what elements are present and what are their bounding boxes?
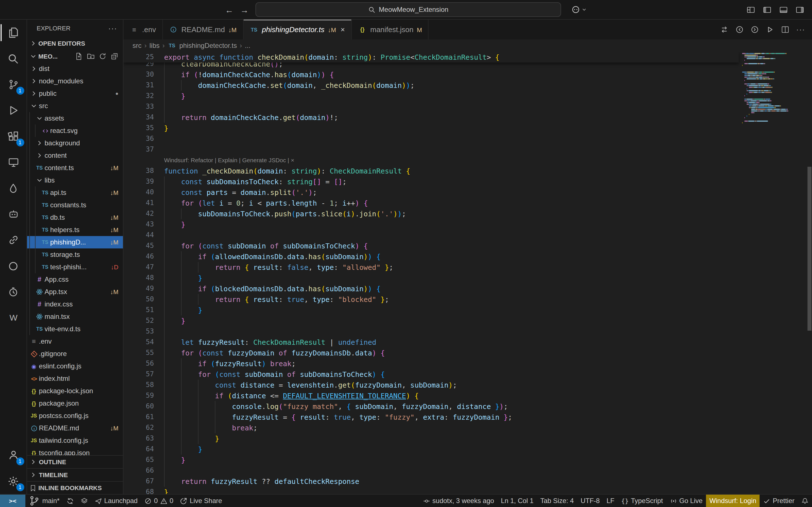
more-actions-icon[interactable]: ··· <box>796 25 805 34</box>
code-line[interactable]: 33 <box>123 101 739 112</box>
code-line[interactable]: 61fuzzyResult = { result: true, type: "f… <box>123 412 739 422</box>
editor-tab[interactable]: TSphishingDetector.ts↓M× <box>243 20 352 40</box>
status-notifications[interactable] <box>798 495 812 507</box>
code-line[interactable]: 56if (fuzzyResult) break; <box>123 358 739 369</box>
minimap[interactable] <box>742 53 804 494</box>
codelens-actions[interactable]: Windsurf: Refactor | Explain | Generate … <box>123 155 739 166</box>
code-line[interactable]: 63} <box>123 433 739 444</box>
code-line[interactable]: 39const subDomainsToCheck: string[] = []… <box>123 176 739 187</box>
assistant-menu[interactable] <box>571 5 587 14</box>
tree-item[interactable]: App.tsx↓M <box>27 286 123 298</box>
compare-changes-icon[interactable] <box>720 25 728 34</box>
code-line[interactable]: 54let fuzzyResult: CheckDomainResult | u… <box>123 337 739 348</box>
code-line[interactable]: 30if (!domainCheckCache.has(domain)) { <box>123 69 739 80</box>
code-editor[interactable]: 25export async function checkDomain(doma… <box>123 52 812 494</box>
close-tab-icon[interactable]: × <box>341 25 345 34</box>
breadcrumb-item[interactable]: phishingDetector.ts <box>179 42 237 50</box>
status-problems[interactable]: 00 <box>141 495 177 507</box>
tree-item[interactable]: #index.css <box>27 298 123 311</box>
scrollbar-thumb[interactable] <box>808 167 811 330</box>
editor-tab[interactable]: README.md↓M <box>163 20 243 40</box>
code-line[interactable]: 46if (allowedDomainsDb.data.has(subDomai… <box>123 251 739 262</box>
tree-item[interactable]: assets <box>27 112 123 124</box>
activity-explorer[interactable] <box>0 20 26 46</box>
history-back-icon[interactable]: ← <box>225 5 234 14</box>
activity-windsurf[interactable]: W <box>0 305 26 331</box>
status-windsurf-login[interactable]: Windsurf: Login <box>706 495 760 507</box>
code-line[interactable]: 53 <box>123 326 739 337</box>
command-center-search[interactable]: MeowMeow_Extension <box>255 2 561 17</box>
status-sync-changes[interactable] <box>63 495 77 507</box>
explorer-more-actions[interactable]: ··· <box>108 24 117 33</box>
code-line[interactable]: 31domainCheckCache.set(domain, _checkDom… <box>123 80 739 91</box>
go-forward-icon[interactable] <box>751 25 759 34</box>
code-line[interactable]: 58const distance = levenshtein.get(fuzzy… <box>123 380 739 390</box>
tree-item[interactable]: {}package-lock.json <box>27 385 123 397</box>
tree-item[interactable]: {}tsconfig.app.json <box>27 447 123 455</box>
status-encoding[interactable]: UTF-8 <box>577 495 603 507</box>
new-file-icon[interactable] <box>75 52 83 60</box>
timeline-section[interactable]: TIMELINE <box>27 468 123 481</box>
collapse-folders-icon[interactable] <box>110 52 118 60</box>
tree-item[interactable]: public● <box>27 87 123 100</box>
activity-cascade[interactable] <box>0 175 26 201</box>
code-line[interactable]: 65} <box>123 455 739 465</box>
status-prettier[interactable]: Prettier <box>760 495 798 507</box>
code-line[interactable]: 42subDomainsToCheck.push(parts.slice(i).… <box>123 209 739 219</box>
tree-item[interactable]: .gitignore <box>27 348 123 360</box>
tree-item[interactable]: JStailwind.config.js <box>27 434 123 447</box>
status-gitlens-inspect[interactable] <box>77 495 91 507</box>
code-line[interactable]: 51} <box>123 305 739 316</box>
status-git-branch[interactable]: main* <box>26 495 63 507</box>
tree-item[interactable]: <>index.html <box>27 372 123 385</box>
code-line[interactable]: 37 <box>123 144 739 155</box>
split-editor-icon[interactable] <box>781 25 790 34</box>
inline-bookmarks-section[interactable]: INLINE BOOKMARKS <box>27 481 123 494</box>
tree-item[interactable]: JSpostcss.config.js <box>27 409 123 422</box>
activity-accounts[interactable]: 1 <box>0 442 26 468</box>
code-line[interactable]: 48} <box>123 273 739 283</box>
tree-item[interactable]: ≡.env <box>27 335 123 348</box>
activity-live-share[interactable] <box>0 227 26 253</box>
breadcrumb-item[interactable]: ... <box>245 42 250 50</box>
new-folder-icon[interactable] <box>87 52 95 60</box>
editor-scrollbar[interactable] <box>806 52 812 494</box>
editor-tab[interactable]: {}manifest.jsonM <box>352 20 429 40</box>
code-line[interactable]: 66 <box>123 465 739 476</box>
code-line[interactable]: 59if (distance <= DEFAULT_LEVENSHTEIN_TO… <box>123 390 739 401</box>
toggle-sidebar-icon[interactable] <box>763 5 771 14</box>
tree-item[interactable]: TSvite-env.d.ts <box>27 323 123 335</box>
code-line[interactable]: 49if (blockedDomainsDb.data.has(subDomai… <box>123 283 739 294</box>
tree-item[interactable]: TSdb.ts↓M <box>27 211 123 224</box>
code-line[interactable]: 60console.log("fuzzy match", { subDomain… <box>123 401 739 412</box>
code-line[interactable]: 67return fuzzyResult ?? defaultCheckResp… <box>123 476 739 487</box>
activity-chat[interactable] <box>0 201 26 227</box>
tree-item[interactable]: node_modules <box>27 75 123 87</box>
status-git-blame[interactable]: sudotx, 3 weeks ago <box>419 495 498 507</box>
code-line[interactable]: 45for (const subDomain of subDomainsToCh… <box>123 240 739 251</box>
code-line[interactable]: 43} <box>123 219 739 230</box>
status-launchpad[interactable]: Launchpad <box>91 495 141 507</box>
code-line[interactable]: 34return domainCheckCache.get(domain)!; <box>123 112 739 123</box>
editor-tab[interactable]: ≡.env <box>123 20 163 40</box>
refresh-icon[interactable] <box>99 52 107 60</box>
customize-layout-icon[interactable] <box>747 5 755 14</box>
code-line[interactable]: 47return { result: false, type: "allowed… <box>123 262 739 273</box>
code-line[interactable]: 57for (const subDomain of subDomainsToCh… <box>123 369 739 380</box>
tree-item[interactable]: TSapi.ts↓M <box>27 186 123 199</box>
tree-item[interactable]: react.svg <box>27 124 123 137</box>
toggle-panel-icon[interactable] <box>779 5 788 14</box>
sticky-scroll-line[interactable]: 25export async function checkDomain(doma… <box>123 52 739 62</box>
code-line[interactable]: 35} <box>123 123 739 133</box>
tree-item[interactable]: #App.css <box>27 273 123 286</box>
code-line[interactable]: 64} <box>123 444 739 455</box>
code-line[interactable]: 40const parts = domain.split('.'); <box>123 187 739 198</box>
status-indentation[interactable]: Tab Size: 4 <box>537 495 577 507</box>
breadcrumb-item[interactable]: libs <box>149 42 160 50</box>
run-file-icon[interactable] <box>766 25 774 34</box>
project-root-section[interactable]: MEO... <box>27 50 123 62</box>
tree-item[interactable]: TScontent.ts↓M <box>27 162 123 174</box>
status-go-live[interactable]: Go Live <box>666 495 706 507</box>
tree-item[interactable]: {}package.json <box>27 397 123 409</box>
activity-extensions[interactable]: 1 <box>0 123 26 149</box>
